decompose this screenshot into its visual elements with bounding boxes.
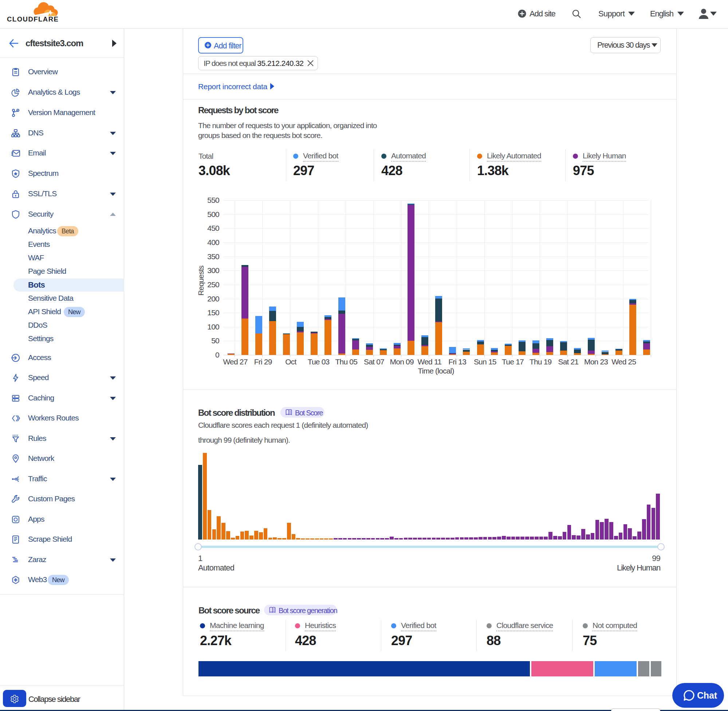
svg-text:CLOUDFLARE: CLOUDFLARE (7, 15, 59, 23)
